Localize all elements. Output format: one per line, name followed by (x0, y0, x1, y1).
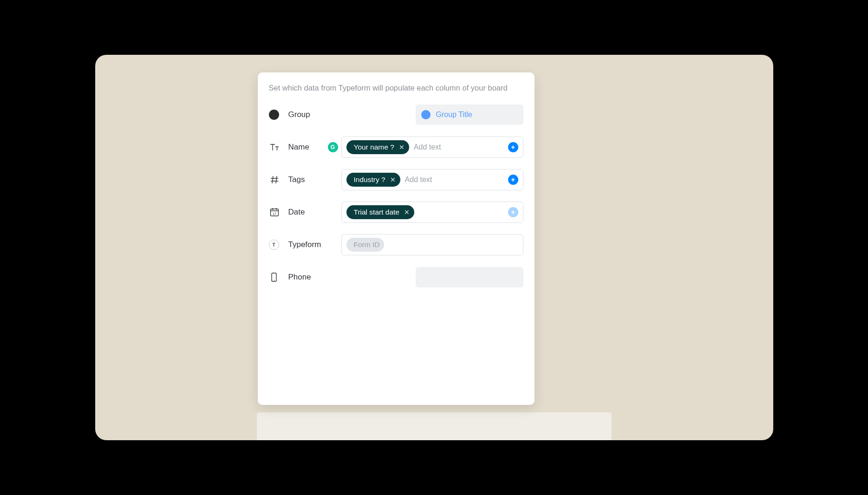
row-label: Date (288, 208, 339, 217)
add-text-placeholder: Add text (414, 143, 503, 151)
row-label: Typeform (288, 240, 339, 249)
mapping-modal: Set which data from Typeform will popula… (258, 72, 535, 405)
mapping-chip[interactable]: Trial start date ✕ (346, 205, 415, 219)
phone-column-icon (269, 272, 288, 283)
grammarly-icon: G (328, 142, 338, 152)
background-footer-panel (257, 412, 612, 440)
chip-label: Industry ? (354, 176, 385, 183)
typeform-column-icon: T (269, 240, 279, 250)
group-color-icon (269, 110, 288, 120)
group-title-label: Group Title (436, 111, 472, 119)
svg-text:17: 17 (273, 212, 276, 215)
row-group: Group Group Title (269, 104, 523, 126)
name-mapping-input[interactable]: G Your name ? ✕ Add text + (341, 137, 523, 158)
row-label: Tags (288, 175, 339, 184)
tags-mapping-input[interactable]: Industry ? ✕ Add text + (341, 169, 523, 190)
add-mapping-button[interactable]: + (508, 175, 518, 185)
mapping-chip[interactable]: Industry ? ✕ (346, 173, 400, 187)
row-phone: Phone (269, 266, 523, 288)
svg-point-3 (274, 280, 274, 281)
window-frame: e a pulse Set which data from Typeform w… (95, 55, 773, 440)
remove-chip-icon[interactable]: ✕ (404, 209, 410, 215)
row-name: Name G Your name ? ✕ Add text + (269, 136, 523, 158)
add-mapping-button[interactable]: + (508, 142, 518, 152)
row-label: Group (288, 110, 339, 119)
row-date: 17 Date Trial start date ✕ + (269, 201, 523, 223)
remove-chip-icon[interactable]: ✕ (399, 144, 405, 150)
chip-label: Form ID (354, 241, 380, 248)
add-text-placeholder: Add text (405, 176, 503, 184)
row-tags: Tags Industry ? ✕ Add text + (269, 169, 523, 191)
date-column-icon: 17 (269, 207, 288, 218)
group-title-field[interactable]: Group Title (416, 104, 523, 125)
chip-label: Trial start date (354, 208, 400, 216)
circle-icon (421, 110, 431, 119)
row-typeform: T Typeform Form ID (269, 234, 523, 256)
tags-column-icon (269, 174, 288, 185)
mapping-chip[interactable]: Your name ? ✕ (346, 140, 409, 154)
phone-mapping-field[interactable] (416, 267, 523, 287)
row-label: Phone (288, 273, 339, 282)
remove-chip-icon[interactable]: ✕ (390, 176, 396, 183)
add-mapping-button[interactable]: + (508, 207, 518, 217)
text-column-icon (269, 142, 288, 153)
modal-title: Set which data from Typeform will popula… (269, 83, 523, 93)
typeform-mapping-input[interactable]: Form ID (341, 234, 523, 255)
mapping-chip-disabled: Form ID (346, 238, 385, 252)
date-mapping-input[interactable]: Trial start date ✕ + (341, 202, 523, 223)
chip-label: Your name ? (354, 143, 394, 151)
